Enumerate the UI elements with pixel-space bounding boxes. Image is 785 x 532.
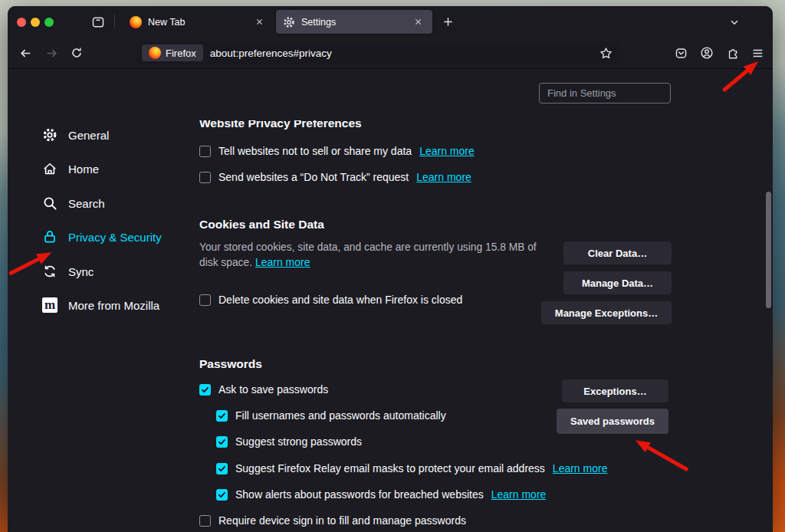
tab-title: New Tab	[148, 17, 251, 28]
sidebar-item-label: Privacy & Security	[68, 231, 162, 244]
back-button[interactable]	[15, 42, 36, 64]
tab-close-button[interactable]	[410, 15, 425, 30]
pref-row-delete-cookies: Delete cookies and site data when Firefo…	[199, 292, 462, 307]
checkbox-fill-usernames[interactable]	[216, 410, 228, 422]
scrollbar-thumb[interactable]	[766, 192, 771, 308]
bookmark-star-button[interactable]	[595, 42, 616, 64]
checkbox-tell-websites[interactable]	[199, 146, 211, 157]
close-icon	[414, 18, 422, 26]
pref-row-do-not-track: Send websites a “Do Not Track” request L…	[199, 169, 471, 185]
learn-more-link[interactable]: Learn more	[553, 462, 608, 475]
sidebar-item-search[interactable]: Search	[42, 192, 105, 215]
plus-icon	[442, 16, 454, 28]
forward-icon	[45, 47, 58, 60]
tab-title: Settings	[301, 17, 410, 28]
section-heading-cookies: Cookies and Site Data	[199, 218, 324, 232]
learn-more-link[interactable]: Learn more	[491, 488, 547, 501]
sidebar-item-home[interactable]: Home	[42, 157, 99, 180]
navigation-toolbar: Firefox about:preferences#privacy	[8, 37, 773, 69]
account-icon	[700, 46, 714, 60]
section-heading-passwords: Passwords	[199, 357, 262, 371]
firefox-logo-icon	[130, 16, 142, 28]
star-icon	[599, 47, 613, 60]
learn-more-link[interactable]: Learn more	[419, 145, 475, 157]
checkbox-label: Tell websites not to sell or share my da…	[218, 145, 412, 157]
account-button[interactable]	[696, 42, 718, 64]
checkbox-label: Delete cookies and site data when Firefo…	[218, 294, 462, 306]
pocket-button[interactable]	[670, 42, 691, 64]
firefox-view-icon	[91, 15, 105, 29]
zoom-window-button[interactable]	[44, 18, 54, 27]
checkbox-label: Suggest strong passwords	[235, 435, 362, 448]
checkbox-label: Send websites a “Do Not Track” request	[218, 171, 409, 183]
sidebar-item-label: General	[68, 129, 109, 142]
check-icon	[218, 438, 226, 446]
sidebar-item-label: Search	[68, 197, 105, 210]
minimize-window-button[interactable]	[31, 18, 40, 27]
url-text: about:preferences#privacy	[210, 48, 595, 59]
back-icon	[19, 47, 32, 60]
pref-row-tell-websites: Tell websites not to sell or share my da…	[199, 143, 475, 159]
checkbox-relay-masks[interactable]	[216, 463, 228, 475]
close-window-button[interactable]	[17, 18, 26, 27]
saved-passwords-button[interactable]: Saved passwords	[557, 409, 668, 434]
desktop-wallpaper: New Tab Settings	[0, 0, 785, 532]
tab-close-button[interactable]	[251, 15, 267, 30]
tab-settings[interactable]: Settings	[276, 10, 432, 34]
new-tab-button[interactable]	[438, 13, 457, 31]
checkbox-suggest-strong[interactable]	[216, 436, 228, 448]
check-icon	[218, 465, 226, 473]
pref-row-relay-masks: Suggest Firefox Relay email masks to pro…	[216, 461, 607, 476]
checkbox-label: Show alerts about passwords for breached…	[235, 488, 484, 501]
extensions-button[interactable]	[721, 42, 743, 64]
firefox-view-button[interactable]	[90, 15, 106, 30]
reload-button[interactable]	[66, 42, 87, 64]
sidebar-item-general[interactable]: General	[42, 123, 109, 146]
check-icon	[201, 386, 209, 394]
checkbox-ask-save-passwords[interactable]	[199, 384, 211, 396]
manage-exceptions-button[interactable]: Manage Exceptions…	[541, 301, 672, 324]
url-bar[interactable]: Firefox about:preferences#privacy	[136, 41, 619, 64]
checkbox-require-device-signin[interactable]	[199, 515, 211, 527]
checkbox-do-not-track[interactable]	[199, 172, 211, 183]
puzzle-icon	[726, 47, 739, 60]
checkbox-label: Ask to save passwords	[218, 383, 328, 396]
site-identity-chip[interactable]: Firefox	[142, 44, 203, 61]
sidebar-item-label: More from Mozilla	[68, 299, 159, 312]
pref-row-ask-save-passwords: Ask to save passwords	[199, 382, 328, 397]
firefox-logo-icon	[149, 47, 161, 59]
sync-icon	[42, 264, 57, 279]
checkbox-breach-alerts[interactable]	[216, 489, 228, 501]
learn-more-link[interactable]: Learn more	[255, 256, 310, 268]
settings-page: General Home Search Privacy & Security S…	[8, 69, 773, 532]
tab-divider	[114, 15, 115, 28]
sidebar-item-label: Home	[68, 163, 99, 176]
section-website-privacy: Website Privacy Preferences	[199, 120, 506, 130]
gear-icon	[283, 16, 295, 28]
menu-button[interactable]	[747, 42, 768, 64]
firefox-window: New Tab Settings	[8, 6, 773, 532]
learn-more-link[interactable]: Learn more	[416, 171, 471, 183]
check-icon	[218, 412, 226, 420]
find-in-settings-input[interactable]	[539, 83, 671, 103]
checkbox-delete-cookies[interactable]	[199, 294, 211, 306]
tab-bar: New Tab Settings	[8, 6, 773, 37]
sidebar-item-privacy-security[interactable]: Privacy & Security	[42, 225, 162, 248]
sidebar-item-sync[interactable]: Sync	[42, 260, 94, 283]
pref-row-suggest-strong: Suggest strong passwords	[216, 434, 362, 449]
tab-list-dropdown-button[interactable]	[725, 13, 744, 31]
manage-data-button[interactable]: Manage Data…	[563, 271, 672, 294]
clear-data-button[interactable]: Clear Data…	[563, 241, 672, 264]
pref-row-fill-usernames: Fill usernames and passwords automatical…	[216, 408, 446, 423]
cookies-description: Your stored cookies, site data, and cach…	[199, 240, 541, 270]
forward-button[interactable]	[41, 42, 62, 64]
password-exceptions-button[interactable]: Exceptions…	[562, 379, 668, 402]
checkbox-label: Require device sign in to fill and manag…	[218, 514, 466, 527]
chevron-down-icon	[729, 17, 740, 28]
section-heading: Website Privacy Preferences	[199, 120, 506, 130]
sidebar-item-more-from-mozilla[interactable]: m More from Mozilla	[42, 294, 159, 317]
checkbox-label: Fill usernames and passwords automatical…	[235, 409, 446, 422]
tab-new-tab[interactable]: New Tab	[123, 10, 274, 34]
checkbox-label: Suggest Firefox Relay email masks to pro…	[235, 462, 545, 475]
check-icon	[218, 491, 226, 499]
